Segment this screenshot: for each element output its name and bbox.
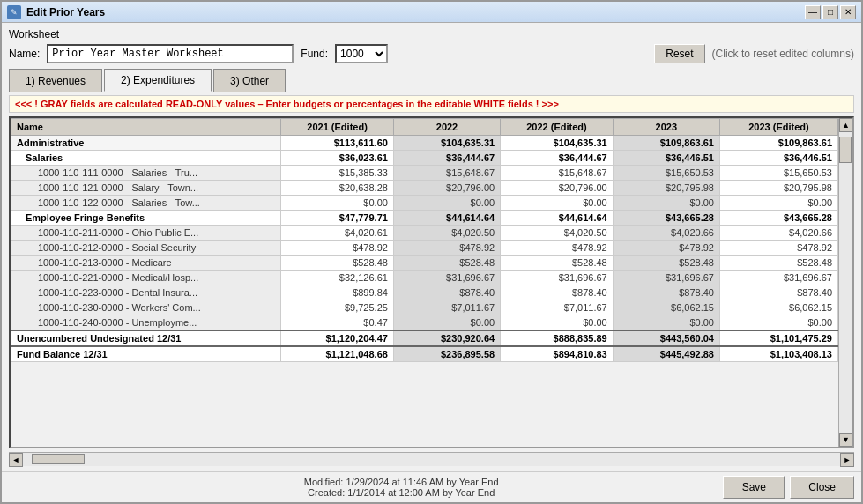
row-cell[interactable]: $32,126.61	[281, 271, 394, 285]
row-cell: 1000-110-211-0000 - Ohio Public E...	[11, 226, 281, 241]
row-cell[interactable]: $899.84	[281, 285, 394, 300]
row-cell[interactable]: $894,810.83	[501, 346, 614, 362]
row-cell[interactable]: $31,696.67	[719, 271, 837, 285]
row-cell[interactable]: $0.00	[719, 315, 837, 331]
row-cell[interactable]: $20,795.98	[719, 181, 837, 196]
col-header-2021: 2021 (Edited)	[281, 119, 394, 136]
row-cell[interactable]: $104,635.31	[501, 136, 614, 151]
row-cell[interactable]: $0.00	[281, 196, 394, 211]
row-cell[interactable]: $36,444.67	[501, 151, 614, 166]
row-cell[interactable]: $528.48	[281, 256, 394, 271]
scroll-thumb[interactable]	[839, 137, 852, 163]
row-cell[interactable]: $15,648.67	[501, 166, 614, 181]
row-cell: $6,062.15	[613, 300, 719, 315]
scroll-track[interactable]	[839, 132, 852, 433]
row-cell[interactable]: $4,020.50	[501, 226, 614, 241]
row-cell[interactable]: $31,696.67	[501, 271, 614, 285]
name-fund-row: Name: Fund: 1000 Reset (Click to reset e…	[9, 44, 854, 63]
tab-expenditures[interactable]: 2) Expenditures	[104, 69, 212, 92]
scroll-left-button[interactable]: ◄	[9, 453, 23, 467]
row-cell[interactable]: $15,385.33	[281, 166, 394, 181]
row-cell[interactable]: $4,020.61	[281, 226, 394, 241]
fund-select[interactable]: 1000	[335, 44, 388, 63]
scroll-up-button[interactable]: ▲	[839, 118, 853, 132]
row-cell[interactable]: $9,725.25	[281, 300, 394, 315]
row-cell[interactable]: $20,796.00	[501, 181, 614, 196]
row-cell: $109,863.61	[613, 136, 719, 151]
row-cell: 1000-110-212-0000 - Social Security	[11, 241, 281, 256]
horizontal-scrollbar[interactable]: ◄ ►	[9, 452, 854, 466]
table-scroll[interactable]: Name 2021 (Edited) 2022 2022 (Edited) 20…	[11, 118, 838, 447]
col-header-2022-edited: 2022 (Edited)	[501, 119, 614, 136]
row-cell[interactable]: $15,650.53	[719, 166, 837, 181]
row-cell[interactable]: $0.47	[281, 315, 394, 331]
row-cell: 1000-110-213-0000 - Medicare	[11, 256, 281, 271]
modified-text: Modified: 1/29/2024 at 11:46 AM by Year …	[304, 477, 499, 487]
col-header-name: Name	[11, 119, 281, 136]
title-bar-left: ✎ Edit Prior Years	[7, 5, 105, 19]
vertical-scrollbar[interactable]: ▲ ▼	[838, 118, 852, 447]
row-cell[interactable]: $0.00	[501, 196, 614, 211]
table-row: 1000-110-221-0000 - Medical/Hosp... $32,…	[11, 271, 838, 285]
tab-revenues[interactable]: 1) Revenues	[9, 69, 102, 92]
content-area: Worksheet Name: Fund: 1000 Reset (Click …	[2, 23, 861, 471]
maximize-button[interactable]: □	[822, 5, 838, 19]
h-scroll-thumb[interactable]	[32, 454, 85, 464]
row-cell[interactable]: $878.40	[719, 285, 837, 300]
worksheet-row: Worksheet	[9, 28, 854, 41]
table-wrapper: Name 2021 (Edited) 2022 2022 (Edited) 20…	[9, 116, 854, 448]
row-cell: 1000-110-230-0000 - Workers' Com...	[11, 300, 281, 315]
row-cell[interactable]: $528.48	[501, 256, 614, 271]
reset-button[interactable]: Reset	[654, 44, 704, 63]
save-button[interactable]: Save	[723, 476, 785, 499]
row-cell[interactable]: $478.92	[281, 241, 394, 256]
col-header-2022: 2022	[393, 119, 500, 136]
window-controls: — □ ✕	[805, 5, 856, 19]
row-cell[interactable]: $20,638.28	[281, 181, 394, 196]
row-cell[interactable]: $36,023.61	[281, 151, 394, 166]
row-cell: $236,895.58	[393, 346, 500, 362]
row-cell: $230,920.64	[393, 330, 500, 346]
row-cell[interactable]: $478.92	[719, 241, 837, 256]
close-button[interactable]: ✕	[840, 5, 856, 19]
row-cell[interactable]: $0.00	[719, 196, 837, 211]
scroll-down-button[interactable]: ▼	[839, 433, 853, 447]
row-cell: $478.92	[393, 241, 500, 256]
row-cell: Employee Fringe Benefits	[11, 211, 281, 226]
table-row: Unencumbered Undesignated 12/31 $1,120,2…	[11, 330, 838, 346]
row-cell[interactable]: $1,103,408.13	[719, 346, 837, 362]
row-cell[interactable]: $478.92	[501, 241, 614, 256]
row-cell[interactable]: $1,101,475.29	[719, 330, 837, 346]
row-cell[interactable]: $878.40	[501, 285, 614, 300]
row-cell[interactable]: $109,863.61	[719, 136, 837, 151]
row-cell[interactable]: $44,614.64	[501, 211, 614, 226]
footer-buttons: Save Close	[723, 476, 854, 499]
close-button[interactable]: Close	[790, 476, 854, 499]
row-cell: 1000-110-221-0000 - Medical/Hosp...	[11, 271, 281, 285]
table-row: 1000-110-230-0000 - Workers' Com... $9,7…	[11, 300, 838, 315]
row-cell[interactable]: $6,062.15	[719, 300, 837, 315]
row-cell[interactable]: $7,011.67	[501, 300, 614, 315]
row-cell[interactable]: $0.00	[501, 315, 614, 331]
row-cell: $0.00	[393, 315, 500, 331]
row-cell: $478.92	[613, 241, 719, 256]
tab-other[interactable]: 3) Other	[213, 69, 286, 92]
row-cell[interactable]: $1,121,048.68	[281, 346, 394, 362]
app-icon: ✎	[7, 5, 21, 19]
row-cell[interactable]: $47,779.71	[281, 211, 394, 226]
row-cell[interactable]: $36,446.51	[719, 151, 837, 166]
h-scroll-track[interactable]	[23, 453, 840, 466]
row-cell[interactable]: $1,120,204.47	[281, 330, 394, 346]
row-cell[interactable]: $4,020.66	[719, 226, 837, 241]
row-cell[interactable]: $43,665.28	[719, 211, 837, 226]
row-cell[interactable]: $528.48	[719, 256, 837, 271]
name-input[interactable]	[47, 44, 294, 63]
minimize-button[interactable]: —	[805, 5, 821, 19]
col-header-2023-edited: 2023 (Edited)	[719, 119, 837, 136]
row-cell: 1000-110-111-0000 - Salaries - Tru...	[11, 166, 281, 181]
row-cell[interactable]: $113,611.60	[281, 136, 394, 151]
row-cell[interactable]: $888,835.89	[501, 330, 614, 346]
row-cell: $104,635.31	[393, 136, 500, 151]
row-cell: Unencumbered Undesignated 12/31	[11, 330, 281, 346]
scroll-right-button[interactable]: ►	[840, 453, 854, 467]
